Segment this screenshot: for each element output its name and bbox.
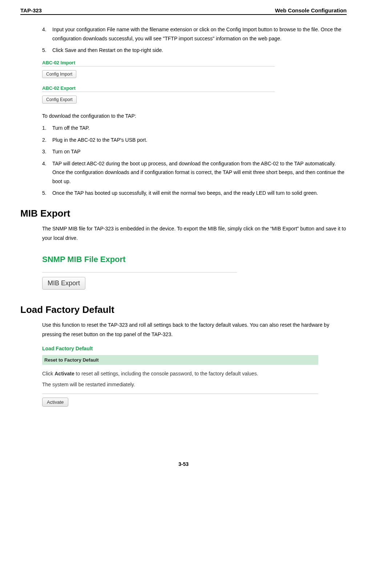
lfd-line1b: Activate: [55, 371, 74, 376]
list-item: 5. Once the TAP has booted up successful…: [42, 189, 347, 198]
lfd-fig-title: Load Factory Default: [42, 346, 318, 351]
mib-export-heading: MIB Export: [20, 208, 347, 219]
config-import-button[interactable]: Config Import: [42, 70, 76, 78]
mib-export-button[interactable]: MIB Export: [42, 277, 85, 290]
lfd-figure: Load Factory Default Reset to Factory De…: [42, 346, 318, 406]
list-item: 3. Turn on TAP: [42, 147, 347, 156]
lfd-para: Use this function to reset the TAP-323 a…: [42, 321, 347, 339]
abc02-import-title: ABC-02 Import: [42, 60, 275, 65]
list-text: Input your configuration File name with …: [52, 25, 347, 43]
download-intro: To download the configuration to the TAP…: [42, 112, 347, 121]
list-text: Turn off the TAP.: [52, 124, 347, 133]
list-num: 1.: [42, 124, 52, 133]
config-export-button[interactable]: Config Export: [42, 96, 77, 104]
list-text: TAP will detect ABC-02 during the boot u…: [52, 159, 347, 186]
list-num: 2.: [42, 136, 52, 145]
snmp-title: SNMP MIB File Export: [42, 255, 347, 268]
list-item: 4. TAP will detect ABC-02 during the boo…: [42, 159, 347, 186]
mib-export-para: The SNMP MIB file for TAP-323 is embedde…: [42, 224, 347, 243]
lfd-line1a: Click: [42, 371, 55, 376]
list-text: Plug in the ABC-02 to the TAP's USB port…: [52, 136, 347, 145]
page-footer: 3-53: [20, 461, 347, 467]
header-left: TAP-323: [20, 7, 42, 13]
header-right: Web Console Configuration: [275, 7, 347, 13]
lfd-line2: The system will be restarted immediately…: [42, 380, 318, 389]
abc02-export-title: ABC-02 Export: [42, 85, 275, 91]
list-item: 5. Click Save and then Restart on the to…: [42, 46, 347, 55]
list-item: 4. Input your configuration File name wi…: [42, 25, 347, 43]
list-item: 1. Turn off the TAP.: [42, 124, 347, 133]
list-item: 2. Plug in the ABC-02 to the TAP's USB p…: [42, 136, 347, 145]
snmp-figure: SNMP MIB File Export MIB Export: [42, 255, 347, 290]
steps-download-list: 1. Turn off the TAP. 2. Plug in the ABC-…: [42, 124, 347, 198]
list-num: 5.: [42, 189, 52, 198]
steps-top-list: 4. Input your configuration File name wi…: [42, 25, 347, 55]
lfd-bar: Reset to Factory Default: [42, 355, 318, 365]
page-header: TAP-323 Web Console Configuration: [20, 7, 347, 15]
list-num: 4.: [42, 159, 52, 186]
lfd-line1: Click Activate to reset all settings, in…: [42, 369, 318, 378]
lfd-heading: Load Factory Default: [20, 304, 347, 315]
list-text: Click Save and then Restart on the top-r…: [52, 46, 347, 55]
list-num: 3.: [42, 147, 52, 156]
lfd-line1c: to reset all settings, including the con…: [74, 371, 258, 376]
list-text: Turn on TAP: [52, 147, 347, 156]
abc02-figure: ABC-02 Import Config Import ABC-02 Expor…: [42, 60, 275, 104]
activate-button[interactable]: Activate: [42, 398, 68, 407]
list-num: 5.: [42, 46, 52, 55]
list-num: 4.: [42, 25, 52, 43]
list-text: Once the TAP has booted up successfully,…: [52, 189, 347, 198]
